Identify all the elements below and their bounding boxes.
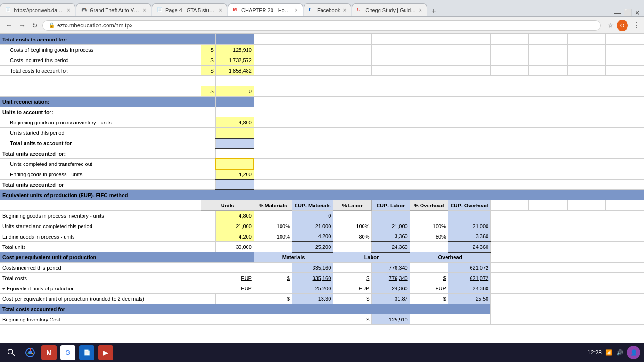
empty-cell [254,86,644,97]
total-units-label: Total units to account for [0,138,201,148]
tab-close-5[interactable]: × [343,7,346,14]
empty-cell [491,200,529,211]
eup-row2-pct-oh: 100% [410,221,448,231]
table-row: Unit reconciliation: [0,97,644,107]
tab-chegg[interactable]: C Chegg Study | Guided Sol... × [352,3,427,16]
empty-cell [215,76,254,86]
empty-cell [333,211,372,221]
eup-row2-eup-lab: 21,000 [372,221,410,231]
empty-cell [567,55,605,66]
total-costs-eup-label: EUP [201,273,254,283]
unit-reconciliation-header: Unit reconciliation: [0,97,201,107]
empty-cell [491,221,644,231]
cost-per-unit-label: Cost per equivalent unit of production (… [0,294,201,304]
empty-cell [254,169,644,180]
eup-row1-eup-lab-input[interactable] [372,211,410,221]
table-wrapper: Total costs to account for: [0,34,644,343]
total-costs-mat: 335,160 [292,273,333,283]
minimize-button[interactable]: — [614,9,621,16]
search-taskbar-icon[interactable] [4,345,19,360]
close-button[interactable]: ✕ [635,9,640,16]
eup-row1-label: Beginning goods in process inventory - u… [0,211,201,221]
empty-cell [491,34,529,45]
units-started-input[interactable] [215,128,254,138]
eup-label-3: EUP [410,283,448,294]
tab-icon-4: M [233,7,239,14]
ending-goods-val: 4,200 [215,169,254,180]
empty-cell [491,211,644,221]
dollar-sign: $ [201,45,215,55]
total-costs-label-row: Total costs [0,273,201,283]
maximize-button[interactable]: ⬜ [624,9,632,16]
costs-beginning-label: Costs of beginning goods in process [0,45,201,55]
youtube-taskbar-icon[interactable]: ▶ [98,345,113,360]
bookmark-button[interactable]: ☆ [607,21,614,30]
empty-cell [529,45,567,55]
total-units-accounted-label: Total units accounted for: [0,148,201,159]
empty-cell [201,159,215,169]
table-row: Costs incurred this period $ 1,732,572 [0,55,644,66]
units-completed-input[interactable] [215,159,254,169]
tab-gta-cheat[interactable]: 🎮 Grand Theft Auto V Cheat × [76,3,151,16]
total-units-input[interactable] [215,138,254,148]
tab-close-4[interactable]: × [295,7,298,14]
col-pct-materials-header: % Materials [254,200,292,211]
empty-cell [201,294,215,304]
beginning-inventory-val: 125,910 [372,314,410,325]
table-row: Units to account for: [0,107,644,117]
eup-row3-pct-oh: 80% [410,231,448,242]
eup-row2-pct-mat: 100% [254,221,292,231]
empty-cell [201,314,254,325]
url-input[interactable]: 🔒 ezto.mheducation.com/hm.tpx [42,20,601,31]
costs-incurred-val: 1,732,572 [215,55,254,66]
empty-cell [410,263,448,273]
tab-close-6[interactable]: × [419,7,422,14]
tab-homework[interactable]: M CHAPTER 20 - Homework × [228,3,303,16]
total-units-accounted-input[interactable] [215,180,254,190]
table-row: ÷ Equivalent units of production EUP 25,… [0,283,644,294]
tab-pconweb[interactable]: 📄 https://pconweb.darden.c... × [0,3,75,16]
empty-cell [254,159,644,169]
google-taskbar-icon[interactable]: G [60,345,75,360]
forward-button[interactable]: → [17,21,27,30]
docs-taskbar-icon[interactable]: 📄 [79,345,94,360]
chrome-taskbar-icon[interactable] [23,345,38,360]
empty-cell [254,242,292,252]
browser-window: 📄 https://pconweb.darden.c... × 🎮 Grand … [0,0,644,362]
reload-button[interactable]: ↻ [30,21,40,30]
units-started-label: Units started this period [0,128,201,138]
eup-row2-eup-oh: 21,000 [448,221,490,231]
empty-cell [254,283,292,294]
eup-row2-label: Units started and completed this period [0,221,201,231]
empty-cell [254,107,644,117]
table-row: Ending goods in process - units 4,200 [0,169,644,180]
eup-row1-eup-oh-input[interactable] [448,211,490,221]
svg-line-6 [27,353,29,354]
empty-cell [491,314,644,325]
tab-gta-stunt[interactable]: 📄 Page 4 - GTA 5 stunt jum... × [152,3,227,16]
gmail-taskbar-icon[interactable]: M [41,345,57,360]
tab-close-3[interactable]: × [219,7,222,14]
back-button[interactable]: ← [4,21,14,30]
empty-cell [491,242,644,252]
tab-icon-6: C [357,7,363,14]
eup-header: Equivalent units of production (EUP)- FI… [0,190,644,200]
empty-cell [410,242,448,252]
wifi-icon: 🔊 [616,349,623,356]
empty-cell [372,66,410,76]
empty-cell [201,128,215,138]
empty-cell [292,45,333,55]
menu-button[interactable]: ⋮ [633,21,640,30]
tab-close-2[interactable]: × [143,7,146,14]
header-cell [215,34,254,45]
empty-cell [254,117,644,128]
profile-button[interactable]: O [617,20,628,31]
empty-cell [491,55,529,66]
avatar-icon: 👤 [627,346,640,359]
header-cell [215,97,254,107]
costs-incurred-mat: 335,160 [292,263,333,273]
units-completed-label: Units completed and transferred out [0,159,201,169]
tab-close-1[interactable]: × [67,7,70,14]
tab-facebook[interactable]: f Facebook × [304,3,351,16]
new-tab-button[interactable]: + [429,6,438,16]
